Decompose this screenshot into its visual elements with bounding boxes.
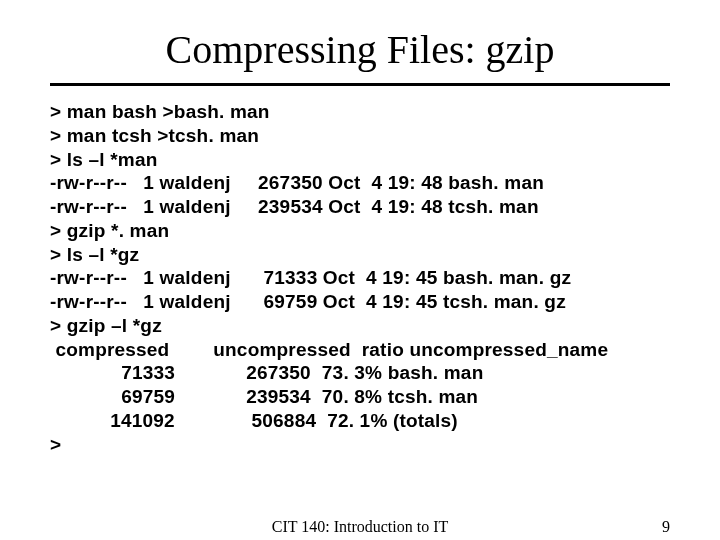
terminal-block: > man bash >bash. man > man tcsh >tcsh. … xyxy=(50,100,670,456)
slide: Compressing Files: gzip > man bash >bash… xyxy=(0,0,720,540)
page-number: 9 xyxy=(662,518,670,536)
slide-title: Compressing Files: gzip xyxy=(50,26,670,73)
title-rule xyxy=(50,83,670,86)
course-label: CIT 140: Introduction to IT xyxy=(272,518,449,536)
